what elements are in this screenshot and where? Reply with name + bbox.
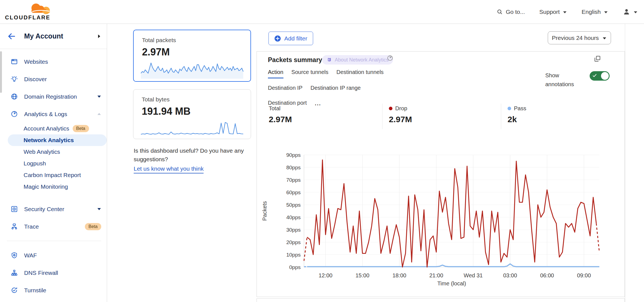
chevron-up-icon [97,112,101,116]
svg-text:18:00: 18:00 [392,272,406,278]
next-panel-edge [257,298,625,302]
sidebar-item-label: Carbon Impact Report [24,172,81,178]
cloudflare-wordmark: CLOUDFLARE [5,14,50,21]
stats-row: Total 2.97M Drop 2.97M Pass 2k [257,104,625,129]
svg-text:20pps: 20pps [286,239,301,245]
pass-series-dot [508,107,511,110]
shield-icon [11,252,18,259]
sidebar-item-label: WAF [24,252,101,259]
sidebar-scrollbar[interactable] [0,51,2,93]
support-menu[interactable]: Support [539,9,567,15]
feedback-link[interactable]: Let us know what you think [134,164,204,173]
tab-destination-ip-range[interactable]: Destination IP range [311,85,361,93]
sidebar-item-account-analytics[interactable]: Account AnalyticsBeta [0,123,107,134]
browser-icon [11,58,18,65]
tab-destination-ip[interactable]: Destination IP [268,85,303,93]
tab-action[interactable]: Action [268,69,283,78]
tab-destination-tunnels[interactable]: Destination tunnels [336,69,384,78]
chevron-right-icon[interactable] [97,34,101,39]
sidebar-item-label: Logpush [24,160,46,167]
expand-panel-icon[interactable] [594,55,601,62]
stat-pass: Pass 2k [501,104,612,129]
lightbulb-icon [11,75,18,83]
time-range-selector[interactable]: Previous 24 hours [548,31,611,44]
svg-text:80pps: 80pps [286,165,301,170]
svg-text:70pps: 70pps [286,177,301,183]
beta-badge: Beta [73,125,89,132]
total-bytes-card[interactable]: Total bytes 191.94 MB [133,89,251,139]
sidebar-item-security-center[interactable]: Security Center [0,200,107,218]
account-header: My Account [0,24,107,49]
sidebar-item-label: Analytics & Logs [24,111,97,117]
plus-circle-icon [274,35,281,42]
nodes-icon [11,269,18,277]
annotations-toggle[interactable] [590,71,610,81]
about-network-analytics-badge[interactable]: About Network Analytics [322,55,393,65]
stat-total: Total 2.97M [257,104,382,129]
svg-text:03:00: 03:00 [503,272,517,278]
show-annotations-label: Show annotations [545,71,581,89]
svg-text:10pps: 10pps [286,252,301,258]
sidebar-item-domain-registration[interactable]: Domain Registration [0,88,107,105]
sidebar-item-waf[interactable]: WAF [0,247,107,264]
sidebar-item-label: Account Analytics [24,125,69,132]
sidebar-item-websites[interactable]: Websites [0,53,107,70]
turnstile-icon [11,286,18,294]
packets-time-series-chart: 0pps10pps20pps30pps40pps50pps60pps70pps8… [258,151,627,293]
sidebar-item-carbon-impact-report[interactable]: Carbon Impact Report [0,169,107,181]
beta-badge: Beta [85,223,101,230]
svg-text:21:00: 21:00 [429,272,443,278]
language-menu[interactable]: English [582,9,608,15]
sidebar-item-label: Network Analytics [24,137,74,144]
sidebar-item-analytics-logs[interactable]: Analytics & Logs [0,105,107,123]
sidebar-item-web-analytics[interactable]: Web Analytics [0,146,107,158]
pie-icon [11,110,18,118]
check-icon [592,73,597,78]
sidebar-item-discover[interactable]: Discover [0,70,107,88]
card-value: 2.97M [142,46,250,58]
sidebar-item-label: DNS Firewall [24,270,101,276]
packets-summary-panel: Packets summary About Network Analytics … [257,51,625,297]
cloudflare-logo[interactable]: CLOUDFLARE [5,1,63,22]
sidebar-item-trace[interactable]: TraceBeta [0,218,107,235]
pie-chart-icon[interactable] [387,55,394,62]
topbar: CLOUDFLARE Go to... Support English [0,0,644,24]
sidebar-item-turnstile[interactable]: Turnstile [0,281,107,299]
sidebar-item-network-analytics[interactable]: Network Analytics [8,134,107,146]
svg-text:09:00: 09:00 [577,272,591,278]
card-value: 191.94 MB [142,106,251,117]
sidebar-item-label: Security Center [24,206,97,213]
sidebar-item-logpush[interactable]: Logpush [0,158,107,169]
go-to-search[interactable]: Go to... [496,9,525,15]
sidebar-item-magic-monitoring[interactable]: Magic Monitoring [0,181,107,193]
tab-source-tunnels[interactable]: Source tunnels [291,69,328,78]
add-filter-button[interactable]: Add filter [268,32,313,45]
sidebar-item-label: Trace [24,223,82,230]
back-arrow-icon[interactable] [7,32,16,41]
card-title: Total bytes [142,96,251,103]
stat-drop: Drop 2.97M [382,104,501,129]
globe-icon [11,93,18,100]
sidebar-item-dns-firewall[interactable]: DNS Firewall [0,264,107,281]
sidebar-item-label: Domain Registration [24,93,97,100]
chevron-down-icon [604,11,608,14]
drop-series-dot [389,107,392,110]
account-name[interactable]: My Account [24,32,97,40]
vault-icon [11,205,18,213]
search-icon [496,9,503,15]
total-packets-card[interactable]: Total packets 2.97M [133,30,251,82]
about-badge-label: About Network Analytics [335,57,389,63]
sidebar-item-label: Turnstile [24,287,101,294]
total-packets-sparkline [140,60,244,80]
chevron-down-icon [562,11,567,14]
sidebar-item-label: Magic Monitoring [24,183,68,190]
trace-icon [11,223,18,230]
user-menu[interactable] [623,8,638,16]
svg-text:Packets: Packets [262,201,268,221]
feedback-block: Is this dashboard useful? Do you have an… [134,146,256,173]
svg-text:40pps: 40pps [286,214,301,220]
panel-title: Packets summary [268,56,322,64]
go-to-label: Go to... [506,9,525,15]
sidebar: My Account WebsitesDiscoverDomain Regist… [0,24,107,302]
sidebar-divider [7,241,101,241]
